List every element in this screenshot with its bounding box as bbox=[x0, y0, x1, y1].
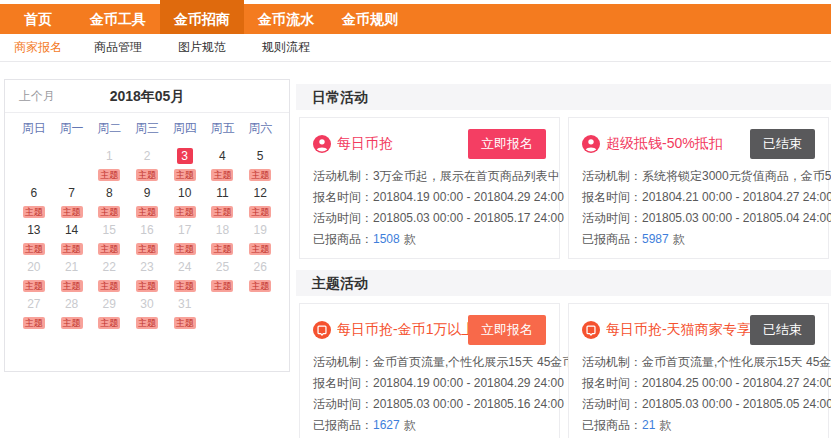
calendar-date-cell[interactable]: 1主题 bbox=[90, 145, 128, 182]
weekday-label: 周六 bbox=[241, 120, 279, 137]
date-number: 23 bbox=[128, 259, 166, 275]
card-action-button[interactable]: 已结束 bbox=[750, 129, 815, 159]
detail-label: 报名时间： bbox=[313, 376, 373, 390]
date-number: 10 bbox=[166, 185, 204, 201]
theme-badge: 主题 bbox=[249, 169, 271, 181]
prev-month-button[interactable]: 上个月 bbox=[19, 80, 55, 113]
sub-nav-item[interactable]: 规则流程 bbox=[244, 34, 328, 61]
top-nav-item[interactable]: 金币招商 bbox=[160, 0, 244, 34]
date-number: 26 bbox=[241, 259, 279, 275]
top-nav-item[interactable]: 金币工具 bbox=[76, 0, 160, 34]
calendar-date-cell[interactable]: 26主题 bbox=[241, 256, 279, 293]
calendar-date-cell[interactable]: 22主题 bbox=[90, 256, 128, 293]
date-number: 19 bbox=[241, 222, 279, 238]
calendar-date-cell[interactable]: 2主题 bbox=[128, 145, 166, 182]
weekday-label: 周五 bbox=[204, 120, 242, 137]
card-detail-line: 活动时间：201805.03 00:00 - 201805.05 24:00共3… bbox=[582, 394, 815, 415]
date-number: 5 bbox=[241, 148, 279, 164]
calendar-date-cell[interactable]: 7主题 bbox=[53, 182, 91, 219]
theme-badge: 主题 bbox=[174, 206, 196, 218]
calendar-date-cell[interactable]: 21主题 bbox=[53, 256, 91, 293]
calendar-date-cell[interactable]: 23主题 bbox=[128, 256, 166, 293]
calendar-date-cell[interactable]: 20主题 bbox=[15, 256, 53, 293]
date-number: 17 bbox=[166, 222, 204, 238]
calendar-date-cell[interactable]: 5主题 bbox=[241, 145, 279, 182]
calendar-date-cell[interactable]: 17主题 bbox=[166, 219, 204, 256]
calendar-empty-cell bbox=[241, 293, 279, 330]
date-number: 13 bbox=[15, 222, 53, 238]
calendar-date-cell[interactable]: 31主题 bbox=[166, 293, 204, 330]
calendar-date-cell[interactable]: 13主题 bbox=[15, 219, 53, 256]
top-nav: 首页金币工具金币招商金币流水金币规则 bbox=[0, 0, 831, 34]
detail-label: 活动机制： bbox=[582, 169, 642, 183]
theme-badge: 主题 bbox=[23, 243, 45, 255]
top-nav-item[interactable]: 首页 bbox=[0, 0, 76, 34]
reported-count-link[interactable]: 21 bbox=[642, 418, 655, 432]
date-number: 22 bbox=[90, 259, 128, 275]
weekday-label: 周三 bbox=[128, 120, 166, 137]
theme-badge: 主题 bbox=[211, 243, 233, 255]
calendar-date-cell[interactable]: 28主题 bbox=[53, 293, 91, 330]
calendar-grid: 1主题2主题3主题4主题5主题6主题7主题8主题9主题10主题11主题12主题1… bbox=[5, 143, 289, 330]
date-number: 9 bbox=[128, 185, 166, 201]
theme-badge: 主题 bbox=[98, 243, 120, 255]
date-number: 24 bbox=[166, 259, 204, 275]
theme-badge: 主题 bbox=[174, 280, 196, 292]
theme-badge: 主题 bbox=[23, 206, 45, 218]
date-number: 7 bbox=[53, 185, 91, 201]
theme-badge: 主题 bbox=[174, 243, 196, 255]
calendar-date-cell[interactable]: 29主题 bbox=[90, 293, 128, 330]
calendar-date-cell[interactable]: 16主题 bbox=[128, 219, 166, 256]
calendar-date-cell[interactable]: 4主题 bbox=[204, 145, 242, 182]
date-number: 3 bbox=[166, 148, 204, 164]
reported-count-link[interactable]: 5987 bbox=[642, 232, 669, 246]
calendar-date-cell[interactable]: 11主题 bbox=[204, 182, 242, 219]
calendar-date-cell[interactable]: 9主题 bbox=[128, 182, 166, 219]
detail-value: 201805.03 00:00 - 201805.16 24:00 bbox=[373, 397, 564, 411]
card-action-button[interactable]: 立即报名 bbox=[468, 129, 546, 159]
date-number: 30 bbox=[128, 296, 166, 312]
sub-nav-item[interactable]: 商品管理 bbox=[76, 34, 160, 61]
detail-label: 活动机制： bbox=[313, 355, 373, 369]
activity-title: 每日币抢-金币1万以上卖家... bbox=[337, 321, 468, 339]
weekday-label: 周二 bbox=[90, 120, 128, 137]
detail-value: 201804.19 00:00 - 201804.29 24:00 bbox=[373, 190, 564, 204]
calendar-week-row: 27主题28主题29主题30主题31主题 bbox=[15, 293, 279, 330]
weekday-label: 周一 bbox=[53, 120, 91, 137]
sub-nav-item[interactable]: 图片规范 bbox=[160, 34, 244, 61]
calendar-date-cell[interactable]: 25主题 bbox=[204, 256, 242, 293]
detail-value: 201804.19 00:00 - 201804.29 24:00 bbox=[373, 376, 564, 390]
calendar-date-cell[interactable]: 6主题 bbox=[15, 182, 53, 219]
card-action-button[interactable]: 已结束 bbox=[750, 315, 815, 345]
top-nav-item[interactable]: 金币规则 bbox=[328, 0, 412, 34]
card-detail-line: 已报商品：1627款 bbox=[313, 415, 546, 436]
reported-count-link[interactable]: 1508 bbox=[373, 232, 400, 246]
date-number: 27 bbox=[15, 296, 53, 312]
top-nav-item[interactable]: 金币流水 bbox=[244, 0, 328, 34]
date-number: 14 bbox=[53, 222, 91, 238]
calendar-date-cell[interactable]: 8主题 bbox=[90, 182, 128, 219]
date-number: 12 bbox=[241, 185, 279, 201]
calendar-date-cell[interactable]: 10主题 bbox=[166, 182, 204, 219]
detail-label: 活动机制： bbox=[582, 355, 642, 369]
calendar-date-cell[interactable]: 15主题 bbox=[90, 219, 128, 256]
reported-count-link[interactable]: 1627 bbox=[373, 418, 400, 432]
calendar-date-cell[interactable]: 14主题 bbox=[53, 219, 91, 256]
card-header: 每日币抢-金币1万以上卖家...立即报名 bbox=[313, 315, 546, 345]
calendar-date-cell[interactable]: 12主题 bbox=[241, 182, 279, 219]
detail-value: 201805.03 00:00 - 201805.17 24:00 bbox=[373, 211, 564, 225]
detail-label: 活动时间： bbox=[582, 397, 642, 411]
calendar-date-cell[interactable]: 24主题 bbox=[166, 256, 204, 293]
sub-nav-item[interactable]: 商家报名 bbox=[0, 34, 76, 61]
sub-nav: 商家报名商品管理图片规范规则流程 bbox=[0, 34, 831, 62]
calendar-date-cell[interactable]: 3主题 bbox=[166, 145, 204, 182]
calendar-date-cell[interactable]: 19主题 bbox=[241, 219, 279, 256]
main-content: 上个月 2018年05月 周日周一周二周三周四周五周六 1主题2主题3主题4主题… bbox=[0, 62, 831, 438]
detail-label: 已报商品： bbox=[313, 418, 373, 432]
calendar-date-cell[interactable]: 30主题 bbox=[128, 293, 166, 330]
card-action-button[interactable]: 立即报名 bbox=[468, 315, 546, 345]
calendar-date-cell[interactable]: 27主题 bbox=[15, 293, 53, 330]
calendar-date-cell[interactable]: 18主题 bbox=[204, 219, 242, 256]
weekday-label: 周四 bbox=[166, 120, 204, 137]
card-detail-line: 报名时间：201804.19 00:00 - 201804.29 24:00 bbox=[313, 373, 546, 394]
